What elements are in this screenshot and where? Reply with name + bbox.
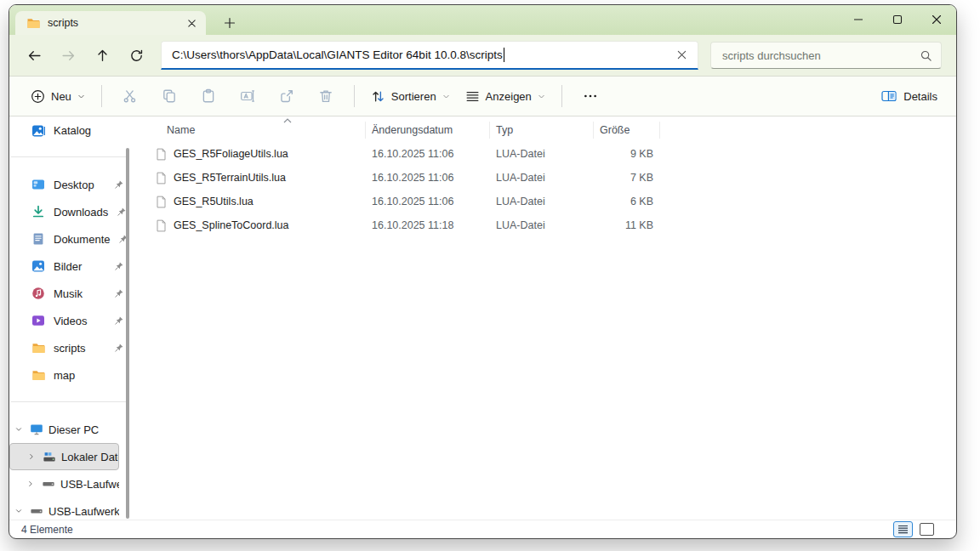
tree-item-usb-drive-2[interactable]: USB-Laufwerk (D [9, 497, 119, 520]
desktop-background: scripts [0, 0, 980, 551]
tab-scripts[interactable]: scripts [15, 11, 206, 35]
chevron-down-icon[interactable] [12, 507, 25, 515]
sidebar-item-label: Bilder [54, 260, 82, 273]
new-button-label: Neu [51, 90, 71, 103]
search-icon [920, 49, 932, 62]
videos-icon [31, 314, 45, 327]
status-bar: 4 Elemente [9, 520, 956, 538]
sidebar-item-desktop[interactable]: Desktop [9, 171, 128, 198]
table-row[interactable]: GES_R5TerrainUtils.lua 16.10.2025 11:06 … [155, 166, 956, 190]
share-button[interactable] [267, 81, 306, 111]
file-type: LUA-Datei [490, 196, 594, 207]
icons-view-button[interactable] [920, 523, 934, 536]
search-input[interactable]: scripts durchsuchen [710, 42, 942, 69]
table-row[interactable]: GES_SplineToCoord.lua 16.10.2025 11:18 L… [155, 213, 956, 237]
table-row[interactable]: GES_R5Utils.lua 16.10.2025 11:06 LUA-Dat… [155, 190, 956, 213]
file-explorer-window: scripts [9, 4, 957, 539]
file-type: LUA-Datei [490, 172, 594, 184]
maximize-button[interactable] [878, 5, 917, 34]
sidebar-item-music[interactable]: Musik [9, 280, 128, 307]
new-plus-icon [31, 89, 45, 104]
view-icon [465, 89, 480, 104]
column-header-name[interactable]: Name [155, 122, 366, 139]
view-button[interactable]: Anzeigen [458, 84, 553, 109]
copy-button[interactable] [150, 81, 189, 111]
refresh-button[interactable] [119, 40, 153, 71]
file-size: 6 KB [594, 196, 660, 207]
address-input[interactable]: C:\Users\thors\AppData\Local\GIANTS Edit… [161, 41, 698, 70]
chevron-right-icon[interactable] [25, 452, 37, 461]
tree-item-local-disk[interactable]: Lokaler Datent [9, 443, 119, 470]
computer-icon [30, 423, 43, 436]
sidebar-item-scripts[interactable]: scripts [9, 334, 128, 361]
file-name: GES_R5TerrainUtils.lua [174, 172, 286, 184]
tab-close-icon[interactable] [184, 15, 199, 31]
file-icon [155, 219, 168, 232]
tab-bar: scripts [9, 5, 956, 35]
column-header-modified[interactable]: Änderungsdatum [366, 122, 490, 139]
file-icon [155, 196, 168, 208]
up-button[interactable] [85, 40, 119, 71]
sidebar-item-label: Dokumente [54, 233, 110, 246]
file-modified: 16.10.2025 11:06 [366, 172, 490, 184]
tree-item-label: USB-Laufwerk (D [48, 505, 119, 518]
folder-icon [26, 16, 40, 30]
table-row[interactable]: GES_R5FoliageUtils.lua 16.10.2025 11:06 … [155, 142, 956, 166]
file-name: GES_R5Utils.lua [174, 196, 254, 207]
local-drive-icon [43, 450, 56, 463]
rename-button[interactable] [228, 81, 267, 111]
details-pane-label: Details [903, 90, 937, 103]
forward-button[interactable] [51, 40, 85, 71]
pin-icon [114, 179, 124, 190]
details-view-icon [897, 525, 909, 534]
sort-button[interactable]: Sortieren [363, 84, 458, 109]
pin-icon [114, 288, 124, 298]
sidebar-item-map[interactable]: map [9, 361, 128, 389]
paste-button[interactable] [189, 81, 228, 111]
delete-button[interactable] [306, 81, 345, 111]
sidebar-scrollbar[interactable] [126, 148, 129, 519]
usb-drive-icon [30, 504, 43, 518]
cut-button[interactable] [111, 81, 150, 111]
sidebar-item-label: Videos [54, 315, 88, 327]
new-button[interactable]: Neu [23, 84, 93, 109]
clear-address-icon[interactable] [673, 47, 690, 64]
music-icon [31, 287, 45, 300]
tree-item-this-pc[interactable]: Dieser PC [9, 416, 119, 443]
address-row: C:\Users\thors\AppData\Local\GIANTS Edit… [9, 35, 956, 76]
main-area: Katalog Desktop Downloads [9, 116, 956, 520]
tree-item-label: USB-Laufwerk [60, 478, 119, 491]
file-icon [155, 172, 168, 185]
file-list: Name Änderungsdatum Typ Größe GES_R5Foli… [145, 116, 956, 520]
chevron-down-icon [538, 93, 545, 100]
back-button[interactable] [17, 40, 51, 71]
tree-item-label: Lokaler Datent [61, 451, 119, 463]
file-size: 7 KB [594, 172, 660, 184]
more-options-button[interactable] [571, 81, 610, 111]
chevron-right-icon[interactable] [24, 480, 37, 488]
folder-icon [31, 341, 45, 355]
chevron-down-icon [442, 93, 450, 100]
sidebar-item-pictures[interactable]: Bilder [9, 253, 128, 280]
sidebar-item-downloads[interactable]: Downloads [9, 198, 128, 225]
column-header-size[interactable]: Größe [594, 122, 660, 139]
sidebar-item-gallery[interactable]: Katalog [9, 117, 128, 144]
folder-icon [31, 368, 45, 382]
tree-item-usb-drive[interactable]: USB-Laufwerk [9, 470, 119, 497]
sort-ascending-icon [282, 117, 293, 124]
pin-icon [114, 261, 124, 271]
pin-icon [114, 343, 124, 353]
minimize-button[interactable] [839, 5, 878, 34]
sidebar-item-videos[interactable]: Videos [9, 307, 128, 334]
details-view-button[interactable] [893, 521, 913, 537]
details-pane-button[interactable]: Details [875, 84, 944, 108]
pictures-icon [31, 259, 45, 273]
close-button[interactable] [917, 5, 956, 34]
column-header-type[interactable]: Typ [490, 122, 594, 139]
chevron-down-icon[interactable] [12, 425, 25, 434]
chevron-down-icon [77, 93, 85, 100]
navigation-pane: Katalog Desktop Downloads [9, 116, 145, 520]
downloads-icon [31, 205, 45, 219]
new-tab-button[interactable] [222, 15, 237, 31]
sidebar-item-documents[interactable]: Dokumente [9, 225, 128, 253]
